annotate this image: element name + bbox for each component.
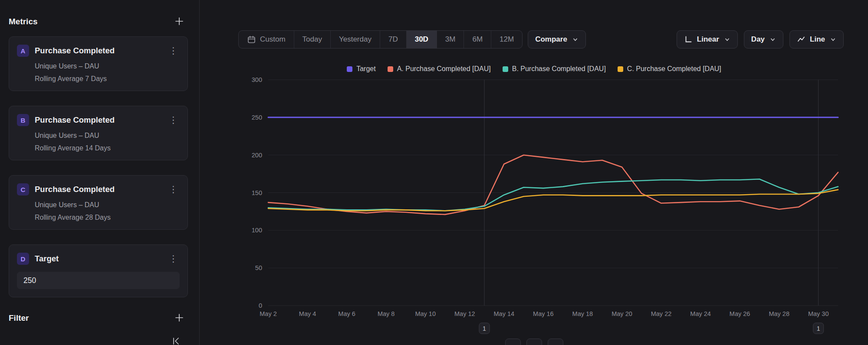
legend-swatch (503, 66, 508, 72)
svg-text:May 14: May 14 (494, 310, 515, 317)
target-card[interactable]: D Target ⋮ (9, 244, 188, 297)
metric-rolling-average: Rolling Average 7 Days (35, 75, 180, 83)
collapse-sidebar-icon (172, 337, 181, 345)
chart-footer-button-2[interactable] (526, 338, 542, 345)
metric-title: Purchase Completed (35, 185, 167, 194)
metric-measurement: Unique Users – DAU (35, 132, 180, 140)
add-filter-button[interactable] (173, 312, 185, 325)
chart-area: 05010015020025030011May 2May 4May 6May 8… (200, 74, 868, 343)
target-value-input[interactable] (17, 272, 180, 289)
metric-badge: B (17, 114, 29, 126)
svg-text:150: 150 (252, 189, 262, 196)
date-range-custom[interactable]: Custom (239, 31, 294, 48)
metrics-sidebar: Metrics A Purchase Completed ⋮ Unique Us… (0, 0, 200, 345)
target-title: Target (35, 254, 167, 264)
metric-rolling-average: Rolling Average 14 Days (35, 144, 180, 152)
chart-footer-actions (200, 338, 868, 345)
filter-header: Filter (9, 312, 188, 324)
chevron-down-icon (769, 36, 776, 43)
legend-item[interactable]: C. Purchase Completed [DAU] (618, 65, 721, 73)
legend-label: A. Purchase Completed [DAU] (397, 65, 491, 73)
chart-panel: CustomTodayYesterday7D30D3M6M12M Compare… (200, 0, 868, 345)
date-range-segmented-control: CustomTodayYesterday7D30D3M6M12M (238, 30, 523, 49)
annotation-badge[interactable]: 1 (479, 323, 490, 334)
svg-text:1: 1 (817, 325, 820, 332)
chart-type-select-button[interactable]: Line (789, 30, 844, 49)
kebab-menu-button[interactable]: ⋮ (167, 186, 180, 193)
annotation-badge[interactable]: 1 (813, 323, 824, 334)
svg-text:0: 0 (259, 302, 262, 309)
legend-label: C. Purchase Completed [DAU] (627, 65, 721, 73)
date-range-12m[interactable]: 12M (491, 31, 522, 48)
metric-card-b[interactable]: B Purchase Completed ⋮ Unique Users – DA… (9, 106, 188, 160)
legend-label: Target (356, 65, 375, 73)
collapse-sidebar-button[interactable] (169, 335, 184, 345)
svg-text:May 28: May 28 (769, 310, 789, 317)
svg-text:May 24: May 24 (690, 310, 711, 317)
date-range-7d[interactable]: 7D (380, 31, 406, 48)
date-range-today[interactable]: Today (294, 31, 330, 48)
granularity-select-button[interactable]: Day (744, 30, 783, 49)
granularity-label: Day (751, 35, 765, 44)
metric-badge: C (17, 183, 29, 195)
metric-badge: D (17, 253, 29, 265)
chart-canvas[interactable]: 05010015020025030011May 2May 4May 6May 8… (200, 74, 868, 343)
metric-measurement: Unique Users – DAU (35, 201, 180, 209)
scale-select-button[interactable]: Linear (677, 30, 738, 49)
linear-scale-icon (684, 35, 693, 44)
legend-swatch (347, 66, 352, 72)
legend-swatch (388, 66, 393, 72)
chart-footer-button-1[interactable] (505, 338, 521, 345)
date-range-yesterday[interactable]: Yesterday (330, 31, 380, 48)
svg-text:May 10: May 10 (415, 310, 436, 317)
metric-title: Purchase Completed (35, 115, 167, 125)
series-a (268, 155, 838, 215)
legend-item[interactable]: B. Purchase Completed [DAU] (503, 65, 606, 73)
kebab-menu-button[interactable]: ⋮ (167, 255, 180, 262)
filter-title: Filter (9, 313, 29, 323)
chevron-down-icon (830, 36, 836, 43)
date-range-6m[interactable]: 6M (464, 31, 491, 48)
add-metric-button[interactable] (173, 15, 185, 29)
svg-text:100: 100 (252, 227, 262, 234)
svg-text:May 8: May 8 (378, 310, 395, 317)
svg-text:May 4: May 4 (299, 310, 316, 317)
svg-text:May 30: May 30 (808, 310, 829, 317)
kebab-menu-button[interactable]: ⋮ (167, 47, 180, 54)
legend-item[interactable]: A. Purchase Completed [DAU] (388, 65, 491, 73)
compare-label: Compare (535, 35, 567, 44)
metric-measurement: Unique Users – DAU (35, 62, 180, 70)
svg-text:May 6: May 6 (338, 310, 355, 317)
legend-label: B. Purchase Completed [DAU] (512, 65, 606, 73)
svg-text:May 18: May 18 (572, 310, 593, 317)
metrics-header: Metrics (9, 16, 188, 28)
svg-text:May 22: May 22 (651, 310, 672, 317)
compare-button[interactable]: Compare (528, 30, 586, 49)
chevron-down-icon (572, 36, 579, 43)
kebab-menu-button[interactable]: ⋮ (167, 117, 180, 124)
svg-text:50: 50 (255, 264, 262, 271)
metric-card-a[interactable]: A Purchase Completed ⋮ Unique Users – DA… (9, 36, 188, 91)
date-range-3m[interactable]: 3M (437, 31, 464, 48)
chart-options-group: Linear Day Line (677, 30, 844, 49)
svg-text:May 12: May 12 (454, 310, 475, 317)
legend-item[interactable]: Target (347, 65, 375, 73)
plus-icon (174, 312, 184, 324)
chart-type-label: Line (810, 35, 825, 44)
metric-card-c[interactable]: C Purchase Completed ⋮ Unique Users – DA… (9, 175, 188, 230)
line-chart-icon (797, 35, 806, 44)
chart-footer-button-3[interactable] (548, 338, 563, 345)
calendar-icon (247, 35, 256, 44)
svg-text:May 20: May 20 (612, 310, 632, 317)
metrics-title: Metrics (9, 17, 38, 26)
chevron-down-icon (724, 36, 730, 43)
svg-text:May 16: May 16 (533, 310, 554, 317)
scale-label: Linear (697, 35, 719, 44)
svg-text:300: 300 (252, 76, 262, 83)
metric-badge: A (17, 45, 29, 57)
metric-rolling-average: Rolling Average 28 Days (35, 214, 180, 221)
analytics-app: Metrics A Purchase Completed ⋮ Unique Us… (0, 0, 868, 345)
date-range-30d[interactable]: 30D (406, 31, 437, 48)
svg-text:May 26: May 26 (730, 310, 750, 317)
svg-text:200: 200 (252, 152, 262, 159)
